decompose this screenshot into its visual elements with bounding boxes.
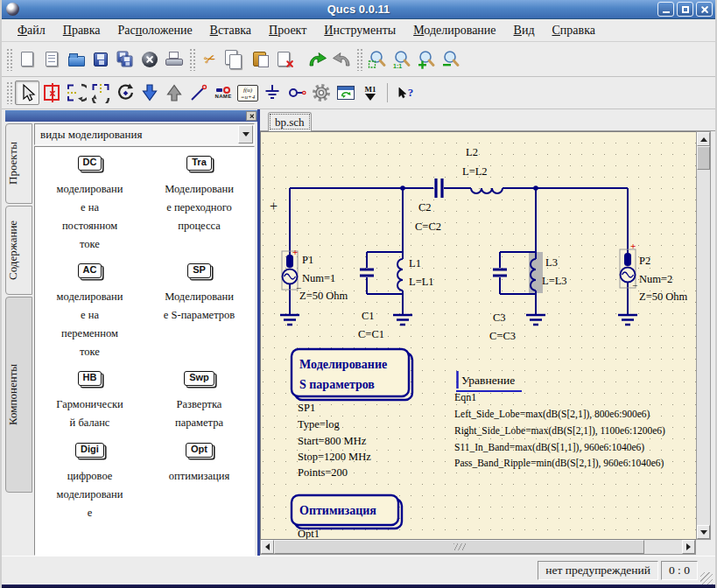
pointer-button[interactable] — [15, 80, 39, 105]
toolbar-drag-handle[interactable] — [6, 48, 12, 71]
save-button[interactable] — [88, 47, 113, 72]
ground-symbols[interactable] — [280, 315, 637, 325]
component-optimization[interactable]: Opt оптимизация — [144, 434, 254, 555]
equation-block[interactable]: Уравнение Eqn1 Left_Side_Lobe=max(dB(S[2… — [454, 371, 665, 469]
menu-tools[interactable]: Инструменты — [315, 22, 404, 39]
toolbar-drag-handle[interactable] — [6, 81, 12, 104]
rotate-button[interactable] — [113, 80, 137, 105]
scroll-up-button[interactable] — [697, 132, 710, 146]
copy-button[interactable] — [222, 47, 247, 72]
equation-button[interactable]: f(u) =u+4 — [235, 80, 260, 105]
toolbar-drag-handle[interactable] — [356, 48, 362, 71]
menu-edit[interactable]: Правка — [54, 22, 109, 39]
zoom-one-to-one-button[interactable]: 1:1 — [390, 47, 414, 72]
combo-arrow-button[interactable] — [238, 125, 253, 144]
paste-button[interactable] — [247, 47, 271, 72]
optimization-block[interactable]: Оптимизация Opt1 — [292, 495, 402, 540]
menu-positioning[interactable]: Расположение — [109, 22, 201, 39]
menu-project[interactable]: Проект — [260, 22, 315, 39]
component-transient-simulation[interactable]: Tra Моделировани е переходного процесса — [144, 147, 254, 255]
schematic-canvas[interactable]: + − + − + L2 — [260, 131, 696, 540]
redo-button[interactable] — [329, 47, 354, 72]
port-p2[interactable]: + − — [620, 241, 637, 290]
component-ac-simulation[interactable]: AC моделировани е на переменном токе — [35, 255, 144, 362]
menu-help[interactable]: Справка — [544, 22, 604, 39]
node-label-icon: NAME — [215, 87, 232, 99]
menu-file[interactable]: Файл — [9, 22, 54, 39]
close-document-icon — [142, 52, 158, 67]
wire-button[interactable] — [186, 80, 211, 105]
pop-out-button[interactable] — [162, 80, 186, 105]
open-button[interactable] — [64, 47, 88, 72]
svg-text:L2: L2 — [466, 146, 478, 158]
component-harmonic-balance[interactable]: HB Гармонически й баланс — [35, 362, 144, 434]
mirror-x-axis-button[interactable] — [64, 80, 88, 105]
deactivate-button[interactable] — [39, 80, 64, 105]
component-parameter-sweep[interactable]: Swp Развертка параметра — [144, 362, 254, 434]
new-text-document-button[interactable] — [39, 47, 64, 72]
dock-close-button[interactable] — [246, 111, 257, 121]
print-button[interactable] — [162, 47, 186, 72]
svg-text:P2: P2 — [639, 255, 650, 267]
port-button[interactable] — [285, 80, 309, 105]
save-all-button[interactable] — [113, 47, 137, 72]
horizontal-scroll-track[interactable] — [644, 540, 682, 554]
simulate-button[interactable] — [309, 80, 334, 105]
zoom-out-button[interactable] — [439, 47, 463, 72]
component-sparameter-simulation[interactable]: SP Моделировани е S-параметров — [144, 255, 254, 362]
whats-this-button[interactable]: ? — [392, 80, 417, 105]
vertical-scroll-track[interactable] — [697, 170, 710, 525]
menu-view[interactable]: Вид — [505, 22, 544, 39]
view-data-button[interactable] — [334, 80, 358, 105]
cut-icon: ✂ — [201, 49, 218, 68]
tab-bp-sch[interactable]: bp.sch — [268, 112, 312, 131]
scroll-left-button[interactable] — [261, 540, 274, 554]
capacitor-c2[interactable] — [436, 178, 442, 198]
zoom-fit-button[interactable] — [365, 47, 390, 72]
capacitor-c3[interactable] — [493, 270, 507, 276]
menu-simulation[interactable]: Моделирование — [404, 22, 504, 39]
close-document-button[interactable] — [137, 47, 162, 72]
resize-grip[interactable] — [700, 572, 713, 584]
marker-button[interactable]: M1 — [358, 80, 383, 105]
warnings-status: нет предупреждений — [538, 561, 658, 580]
mirror-y-axis-button[interactable] — [88, 80, 113, 105]
thumb-grip-icon — [453, 543, 466, 550]
opt-icon: Opt — [186, 443, 213, 458]
menu-insert[interactable]: Вставка — [201, 22, 260, 39]
tab-components[interactable]: Компоненты — [5, 297, 32, 493]
schematic-svg[interactable]: + − + − + L2 — [261, 132, 696, 540]
scroll-down-button[interactable] — [697, 525, 710, 539]
vertical-scrollbar[interactable] — [696, 131, 711, 540]
inductor-l1[interactable] — [397, 259, 403, 290]
port-p1[interactable]: + − — [282, 247, 301, 293]
new-document-button[interactable] — [15, 47, 39, 72]
go-into-subcircuit-button[interactable] — [137, 80, 162, 105]
digi-icon: Digi — [75, 443, 104, 458]
horizontal-scrollbar[interactable] — [260, 540, 696, 555]
toolbar-drag-handle[interactable] — [189, 48, 195, 71]
tab-projects[interactable]: Проекты — [5, 123, 32, 204]
component-category-select[interactable]: виды моделирования — [34, 123, 255, 145]
dock-title-bar[interactable] — [5, 110, 257, 122]
svg-text:L=L1: L=L1 — [409, 276, 434, 288]
triangle-up-icon — [700, 137, 707, 142]
horizontal-scroll-thumb[interactable] — [274, 540, 644, 554]
inductor-l2[interactable] — [471, 188, 503, 193]
cut-button[interactable]: ✂ — [198, 47, 222, 72]
capacitor-c1[interactable] — [360, 270, 374, 276]
component-dc-simulation[interactable]: DC моделировани е на постоянном токе — [35, 147, 144, 255]
ground-button[interactable] — [260, 80, 285, 105]
sp-properties[interactable]: SP1 Type=log Start=800 MHz Stop=1200 MHz… — [298, 402, 371, 479]
node-label-button[interactable]: NAME — [211, 80, 235, 105]
zoom-in-button[interactable] — [414, 47, 439, 72]
tab-content[interactable]: Содержание — [5, 206, 32, 295]
component-digital-simulation[interactable]: Digi цифровое моделировани е — [35, 434, 144, 555]
scroll-right-button[interactable] — [682, 540, 695, 554]
svg-text:+: + — [630, 241, 636, 251]
delete-button[interactable] — [271, 47, 296, 72]
vertical-scroll-thumb[interactable] — [697, 146, 710, 170]
undo-button[interactable] — [305, 47, 329, 72]
sp-simulation-block[interactable]: Моделирование S параметров — [292, 349, 412, 400]
go-into-subcircuit-icon — [139, 83, 160, 102]
